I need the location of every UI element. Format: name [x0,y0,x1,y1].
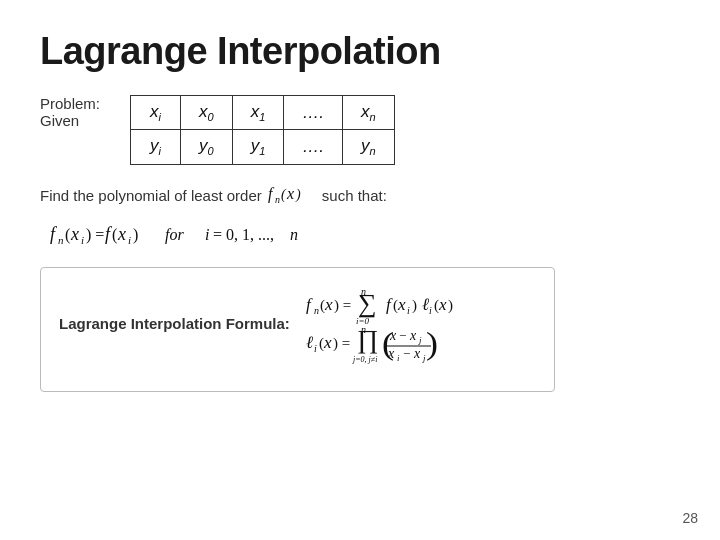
svg-text:(: ( [65,226,70,244]
fn-equation-svg: f n ( x i ) = f ( x i ) for i = 0, 1, ..… [50,219,420,249]
svg-text:ℓ: ℓ [306,333,313,352]
table-cell: xi [131,96,181,130]
svg-text:j=0, j≠i: j=0, j≠i [352,355,377,364]
svg-text:n: n [58,234,64,246]
svg-text:i: i [205,226,209,243]
svg-text:n: n [361,324,366,335]
svg-text:n: n [361,286,366,297]
svg-text:i: i [128,234,131,246]
find-polynomial-line: Find the polynomial of least order f n (… [40,183,680,209]
svg-text:x: x [438,295,447,314]
svg-text:(: ( [112,226,117,244]
svg-text:): ) [295,187,301,203]
svg-text:): ) [133,226,138,244]
svg-text:x: x [117,224,126,244]
fn-equation-section: f n ( x i ) = f ( x i ) for i = 0, 1, ..… [50,219,680,253]
svg-text:f: f [386,295,393,314]
table-cell: …. [284,130,343,164]
table-cell: x1 [232,96,284,130]
svg-text:i: i [407,305,410,316]
svg-text:f: f [268,185,275,203]
table-cell: yi [131,130,181,164]
svg-text:(: ( [382,324,394,361]
problem-section: Problem: Given xi x0 x1 …. xn yi y0 y1 …… [40,95,680,165]
table-cell: …. [284,96,343,130]
fn-x-formula: f n ( x ) [268,183,316,205]
table-cell: yn [343,130,395,164]
svg-text:= 0, 1, ...,: = 0, 1, ..., [213,226,274,243]
svg-text:) =: ) = [333,335,350,352]
table-cell: xn [343,96,395,130]
svg-text:i: i [397,353,400,363]
formula-label: Lagrange Interpolation Formula: [59,315,290,332]
svg-text:x: x [397,295,406,314]
svg-text:) =: ) = [86,226,104,244]
svg-text:for: for [165,226,184,244]
svg-text:i: i [81,234,84,246]
lagrange-formula-svg: f n ( x ) = ∑ i=0 n f ( x i ) ℓ i ( x [306,280,536,375]
given-table: xi x0 x1 …. xn yi y0 y1 …. yn [130,95,395,165]
svg-text:−: − [399,328,406,343]
svg-text:n: n [275,194,280,205]
svg-text:−: − [403,346,410,361]
lagrange-formula-section: Lagrange Interpolation Formula: f n ( x … [59,280,536,375]
svg-text:n: n [314,305,319,316]
svg-text:i: i [314,343,317,354]
table-cell: y0 [181,130,233,164]
problem-label: Problem: Given [40,95,100,129]
svg-text:): ) [412,297,417,314]
svg-text:f: f [50,224,58,244]
svg-text:x: x [70,224,79,244]
svg-text:): ) [426,324,438,361]
svg-text:x: x [409,328,417,343]
svg-text:): ) [448,297,453,314]
slide-page: Lagrange Interpolation Problem: Given xi… [0,0,720,540]
svg-text:) =: ) = [334,297,351,314]
slide-title: Lagrange Interpolation [40,30,680,73]
svg-text:n: n [290,226,298,243]
svg-text:j: j [418,335,422,345]
svg-text:i: i [429,305,432,316]
table-row: yi y0 y1 …. yn [131,130,395,164]
svg-text:x: x [413,346,421,361]
page-number: 28 [682,510,698,526]
svg-text:x: x [323,333,332,352]
svg-text:x: x [286,185,294,202]
svg-text:x: x [324,295,333,314]
svg-text:f: f [306,295,313,314]
formula-box: Lagrange Interpolation Formula: f n ( x … [40,267,555,392]
table-row: xi x0 x1 …. xn [131,96,395,130]
table-cell: x0 [181,96,233,130]
table-cell: y1 [232,130,284,164]
